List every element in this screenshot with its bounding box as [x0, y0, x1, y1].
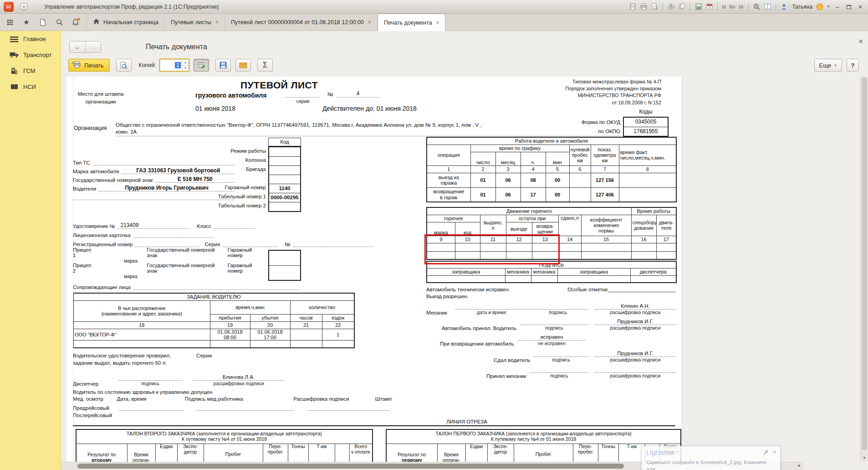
codes-values: 034500517681955 — [623, 117, 669, 137]
close-tab-icon[interactable]: × — [436, 20, 439, 26]
forward-button[interactable]: → — [85, 41, 101, 52]
back-button[interactable]: ← — [70, 41, 85, 52]
minimize-button[interactable]: – — [833, 3, 842, 10]
window-titlebar: 1С ▼ Управление автотранспортом Проф, ре… — [0, 0, 868, 14]
preview-icon[interactable] — [651, 3, 659, 10]
tab-home[interactable]: Начальная страница — [87, 14, 165, 31]
calendar-icon[interactable]: 31 — [705, 3, 713, 10]
window-title: Управление автотранспортом Проф, редакци… — [44, 4, 219, 10]
history-icon[interactable] — [38, 18, 47, 27]
info-icon[interactable]: i — [816, 3, 823, 10]
link-icon[interactable] — [667, 3, 675, 10]
print-button[interactable]: ✔ Печать — [68, 59, 110, 72]
all-sections-icon[interactable] — [5, 18, 15, 27]
sidebar-item-main[interactable]: Главное — [0, 31, 61, 47]
vehicle-block: Режим работыКолоннаБригада Гаражный номе… — [73, 137, 392, 220]
driver-short-name: Прудников И.Г. — [595, 350, 676, 357]
step-up-icon[interactable]: ▲ — [182, 60, 189, 66]
scroll-right-icon[interactable]: ► — [797, 463, 802, 468]
vertical-scrollbar[interactable]: ▼ — [860, 77, 868, 462]
user-icon — [780, 3, 788, 10]
license-number-value: 213409 — [117, 222, 190, 229]
trailers-block: Прицеп 1Государственный номерной знакГар… — [73, 249, 392, 282]
sigma-icon: Σ — [263, 61, 267, 69]
close-page-icon[interactable]: ✕ — [858, 38, 863, 45]
content-area: ✕ ← → Печать документа ✔ Печать Копий: 1… — [61, 31, 868, 470]
document-viewport: Место для штампаорганизации ПУТЕВОЙ ЛИСТ… — [61, 77, 860, 462]
lightshot-notification[interactable]: Lightshot ✕ Скриншот сохранён в Screensh… — [641, 446, 781, 470]
memory-add-button[interactable]: M+ — [729, 4, 736, 10]
codes-label: Коды — [623, 108, 669, 115]
edit-table-toggle-button[interactable] — [194, 59, 209, 72]
separator — [717, 3, 718, 10]
tab-waybill-document[interactable]: Путевой лист 00000000004 от 01.06.2018 1… — [225, 14, 378, 31]
separator — [663, 3, 663, 10]
split-window-icon[interactable] — [764, 3, 771, 10]
copy-link-icon[interactable] — [678, 3, 686, 10]
sidebar-item-label: НСИ — [23, 83, 36, 90]
search-icon[interactable] — [55, 18, 64, 27]
close-tab-icon[interactable]: × — [368, 19, 371, 26]
print-button-label: Печать — [84, 62, 104, 69]
posttrip-row: Послерейсовый — [73, 413, 392, 418]
chevron-down-icon[interactable]: ▼ — [827, 5, 830, 9]
maximize-button[interactable] — [845, 3, 853, 10]
more-button[interactable]: Еще▼ — [814, 59, 842, 72]
license-card-row: Лицензионная карточка — [73, 229, 214, 238]
doc-right-column: Работа водителя и автомобиля операция вр… — [426, 137, 676, 418]
close-tab-icon[interactable]: × — [215, 19, 219, 26]
return-condition-row: При возвращении автомобиль исправенне ис… — [426, 334, 676, 346]
mechanic-name: Кляхин А.Н. — [595, 303, 676, 310]
sidebar-item-transport[interactable]: Транспорт — [0, 47, 61, 63]
separator — [690, 3, 690, 10]
horizontal-scrollbar-thumb[interactable] — [77, 464, 624, 469]
send-email-button[interactable] — [235, 59, 251, 72]
current-user[interactable]: Татьяна — [792, 4, 812, 10]
print-preview-button[interactable] — [116, 59, 132, 72]
fuel-icon — [9, 67, 19, 76]
vehicle-accepted-row: Автомобиль принял. Водитель подпись Пруд… — [426, 318, 676, 331]
driver-work-table: Работа водителя и автомобиля операция вр… — [426, 137, 677, 202]
calculator-icon[interactable] — [694, 3, 702, 10]
notification-title: Lightshot — [646, 449, 674, 456]
trailer-garage-boxes — [268, 250, 301, 281]
main-menu-button[interactable]: ▼ — [20, 3, 28, 10]
series-label: серия — [286, 98, 320, 104]
help-button[interactable]: ? — [847, 59, 859, 72]
code-box-header: Код — [268, 138, 301, 146]
sidebar-item-nsi[interactable]: НСИ — [0, 79, 61, 95]
sidebar-item-fuel[interactable]: ГСМ — [0, 63, 61, 79]
tabbar: ★ Начальная страница Путевые листы× Путе… — [0, 14, 868, 31]
step-down-icon[interactable]: ▼ — [182, 66, 189, 71]
copies-stepper[interactable]: 1 ▲▼ — [160, 59, 189, 71]
save-button[interactable] — [215, 59, 231, 72]
close-window-button[interactable]: × — [856, 3, 864, 10]
navigation-row: ← → Печать документа — [69, 41, 207, 53]
sidebar-item-label: Транспорт — [23, 52, 52, 58]
scroll-down-icon[interactable]: ▼ — [861, 456, 868, 460]
vertical-scrollbar-thumb[interactable] — [862, 77, 867, 450]
driver-task-table: ЗАДАНИЕ ВОДИТЕЛЮ В чье распоряжение (наи… — [73, 293, 355, 348]
notification-close-icon[interactable]: ✕ — [772, 449, 776, 456]
favorites-icon[interactable]: ★ — [22, 18, 31, 27]
notifications-icon[interactable] — [71, 18, 80, 27]
customer-value: ООО "ВЕКТОР-Ф" — [73, 329, 210, 341]
memory-recall-button[interactable]: M — [722, 4, 726, 10]
sidebar-item-label: Главное — [23, 36, 46, 42]
sum-button[interactable]: Σ — [257, 59, 273, 72]
quick-toolbar: ★ — [0, 14, 87, 31]
tab-print-document[interactable]: Печать документа× — [378, 14, 445, 31]
save-icon[interactable] — [629, 3, 637, 10]
okud-value: 0345005 — [624, 118, 668, 127]
doc-left-column: Режим работыКолоннаБригада Гаражный номе… — [73, 137, 392, 418]
print-icon[interactable] — [640, 3, 648, 10]
driver-handed-row: Сдал водитель подпись Прудников И.Г.расш… — [426, 350, 676, 363]
zoom-icon[interactable] — [753, 3, 761, 10]
tab-waybills-list[interactable]: Путевые листы× — [165, 14, 225, 31]
memory-subtract-button[interactable]: M- — [739, 4, 745, 10]
notification-settings-icon[interactable] — [762, 449, 768, 456]
stepper-arrows[interactable]: ▲▼ — [182, 60, 189, 71]
odometer-in-value: 127 406 — [591, 187, 619, 202]
doc-columns: Режим работыКолоннаБригада Гаражный номе… — [66, 137, 682, 418]
code-row-labels: Режим работыКолоннаБригада Гаражный номе… — [209, 138, 268, 212]
